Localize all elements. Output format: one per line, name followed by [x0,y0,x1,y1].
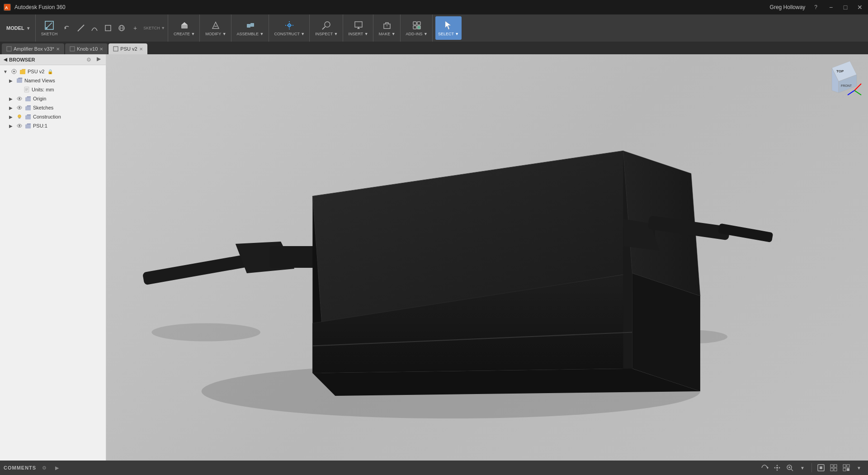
svg-rect-34 [113,47,118,51]
make-button[interactable]: MAKE ▼ [376,16,398,40]
assemble-button[interactable]: ASSEMBLE ▼ [234,16,267,40]
sidebar-collapse-icon[interactable]: ◀ [4,57,7,62]
tab-amplifier-box[interactable]: Amplifier Box v33* ✕ [2,43,64,54]
tree-construction[interactable]: ▶ Construction [7,112,106,121]
vc-display-button[interactable] [816,462,826,473]
svg-line-3 [47,23,52,28]
svg-text:+: + [133,24,137,32]
svg-rect-33 [70,47,75,51]
svg-rect-37 [20,70,25,74]
psu1-eye-icon [16,122,23,129]
tab-psu-close[interactable]: ✕ [139,47,143,52]
viewport[interactable]: TOP FRONT [106,54,868,461]
browser-settings-button[interactable]: ⚙ [84,55,93,64]
tree-sketches[interactable]: ▶ Sketches [7,103,106,112]
construction-folder-icon [24,113,32,120]
svg-rect-45 [25,97,31,101]
svg-rect-27 [413,22,416,25]
named-views-expand[interactable]: ▶ [7,77,14,84]
viewport-controls: ▼ ▼ [759,462,864,473]
origin-folder-icon [24,95,32,102]
vc-orbit-button[interactable] [759,462,770,473]
sketch-globe-button[interactable] [115,16,128,40]
add-ins-label: ADD-INS ▼ [406,32,428,36]
svg-rect-55 [25,124,31,128]
construction-expand[interactable]: ▶ [7,113,14,120]
svg-marker-65 [776,465,778,466]
vc-pan-button[interactable] [772,462,783,473]
root-expand-icon[interactable]: ▼ [2,68,9,75]
tree-origin[interactable]: ▶ Origin [7,94,106,103]
sketch-label: SKETCH [41,32,58,36]
model-dropdown[interactable]: MODEL ▼ [4,16,33,40]
sketch-add-button[interactable]: + [129,16,142,40]
comments-expand-button[interactable]: ▶ [52,463,61,472]
psu1-expand[interactable]: ▶ [7,122,14,129]
minimize-button[interactable]: − [826,3,835,12]
select-label: SELECT ▼ [438,32,459,36]
origin-expand[interactable]: ▶ [7,95,14,102]
tab-knob-close[interactable]: ✕ [99,47,103,52]
make-group: MAKE ▼ [374,14,401,42]
make-icon [382,20,392,31]
maximize-button[interactable]: □ [841,3,850,12]
help-icon[interactable]: ? [814,4,817,10]
psu1-label: PSU:1 [33,123,47,128]
svg-rect-48 [25,106,31,110]
sketch-group: SKETCH + SKETCH ▼ [37,14,168,42]
sketches-expand[interactable]: ▶ [7,104,14,111]
inspect-button[interactable]: INSPECT ▼ [312,16,340,40]
sketch-line-button[interactable] [75,16,87,40]
assemble-label: ASSEMBLE ▼ [237,32,264,36]
vc-zoom-dropdown[interactable]: ▼ [797,462,808,473]
modify-button[interactable]: MODIFY ▼ [203,16,229,40]
view-cube[interactable]: TOP FRONT [823,59,863,100]
vc-zoom-button[interactable] [784,462,795,473]
tab-knob-icon [70,46,75,52]
comments-settings-button[interactable]: ⚙ [40,463,49,472]
svg-rect-15 [247,24,250,28]
inspect-icon [321,20,332,31]
svg-rect-79 [834,468,837,471]
create-extrude-button[interactable]: CREATE ▼ [171,16,198,40]
tree-named-views[interactable]: ▶ Named Views [7,76,106,85]
units-label: Units: mm [32,87,54,92]
tree-psu1[interactable]: ▶ PSU:1 [7,121,106,130]
add-ins-button[interactable]: ADD-INS ▼ [403,16,430,40]
tab-knob[interactable]: Knob v10 ✕ [65,43,108,54]
vc-more-dropdown[interactable]: ▼ [854,462,864,473]
sketch-arc-button[interactable] [88,16,101,40]
construction-bulb-icon [16,113,23,120]
construct-button[interactable]: CONSTRUCT ▼ [272,16,308,40]
svg-line-20 [322,27,325,29]
sketch-rect-button[interactable] [102,16,114,40]
vc-more-button[interactable] [841,462,852,473]
vc-grid-button[interactable] [828,462,839,473]
model-label: MODEL [6,25,24,31]
tab-psu[interactable]: PSU v2 ✕ [108,43,147,54]
select-button[interactable]: SELECT ▼ [435,16,462,40]
modify-icon [210,20,221,31]
insert-button[interactable]: INSERT ▼ [346,16,371,40]
tree-root-psuv2[interactable]: ▼ PSU v2 🔒 [0,67,106,76]
browser-expand-button[interactable]: ▶ [95,55,102,62]
browser-header-buttons: ⚙ ▶ [84,55,102,64]
comments-label: COMMENTS [4,465,36,470]
tab-amplifier-close[interactable]: ✕ [56,47,60,52]
modify-label: MODIFY ▼ [205,32,226,36]
origin-label: Origin [33,96,46,101]
tree-units[interactable]: ▶ Units: mm [7,85,106,94]
named-views-label: Named Views [24,78,55,83]
sketch-button[interactable]: SKETCH [38,16,61,40]
svg-rect-30 [417,26,420,29]
insert-group: INSERT ▼ [344,14,373,42]
toolbar: MODEL ▼ SKETCH + SKETCH ▼ [0,14,868,42]
svg-point-4 [46,27,47,29]
create-label: CREATE ▼ [174,32,195,36]
title-bar: A Autodesk Fusion 360 Greg Holloway ? − … [0,0,868,14]
svg-rect-32 [7,47,11,51]
app-icon: A [4,4,11,11]
close-button[interactable]: ✕ [855,3,864,12]
box-bottom-face [312,369,700,396]
sketch-undo-button[interactable] [61,16,74,40]
